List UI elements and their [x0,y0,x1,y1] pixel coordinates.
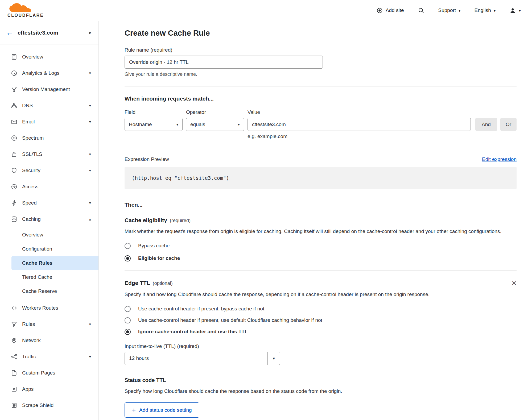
operator-label: Operator [186,109,244,115]
sidebar-item-caching[interactable]: Caching▴ [0,211,98,227]
cloudflare-logo[interactable]: CLOUDFLARE [7,3,44,18]
radio-icon [125,306,131,312]
radio-eligible-for-cache[interactable]: Eligible for cache [125,255,517,261]
sidebar-item-spectrum[interactable]: Spectrum [0,130,98,146]
then-heading: Then... [125,202,517,208]
edge-ttl-section: Edge TTL (optional) × Specify if and how… [125,280,517,418]
sidebar-item-label: Email [22,119,35,125]
edit-expression-link[interactable]: Edit expression [482,156,517,162]
sidebar-item-label: Spectrum [22,135,44,141]
sidebar-subitem-configuration[interactable]: Configuration [11,242,98,256]
sidebar-item-version-management[interactable]: Version Management [0,81,98,97]
cache-eligibility-heading: Cache eligibility [125,217,167,223]
divider [125,271,517,271]
optional-tag: (optional) [153,281,173,286]
divider [125,86,517,86]
search-icon [418,7,424,14]
spectrum-icon [11,135,18,142]
field-label: Field [125,109,183,115]
support-label: Support [438,7,456,13]
match-row: Field Hostname ▾ Operator equals ▾ Value… [125,109,517,131]
traffic-icon [11,353,18,360]
value-input[interactable] [248,118,471,131]
shield-icon [11,167,18,174]
value-column: Value [248,109,471,131]
sidebar-item-label: Traffic [22,354,36,360]
sidebar-subnav-caching: OverviewConfigurationCache RulesTiered C… [0,227,98,300]
sidebar-item-apps[interactable]: Apps [0,381,98,397]
radio-cache-control-bypass[interactable]: Use cache-control header if present, byp… [125,306,517,312]
radio-bypass-cache[interactable]: Bypass cache [125,243,517,249]
or-button[interactable]: Or [500,118,517,131]
sidebar-subitem-cache-rules[interactable]: Cache Rules [11,256,98,270]
cloudflare-cloud-icon [7,3,35,13]
field-select[interactable]: Hostname ▾ [125,118,183,131]
sidebar-item-overview[interactable]: Overview [0,49,98,65]
operator-column: Operator equals ▾ [186,109,244,131]
chevron-up-icon: ▴ [89,217,91,222]
sidebar-item-network[interactable]: Network [0,332,98,348]
add-site-button[interactable]: Add site [376,7,404,14]
back-arrow-icon[interactable]: ← [6,29,13,36]
sidebar-item-rules[interactable]: Rules▾ [0,316,98,332]
close-icon[interactable]: × [512,280,517,287]
chevron-down-icon: ▾ [89,354,91,359]
add-site-label: Add site [386,7,404,13]
ttl-select[interactable]: 12 hours ▾ [125,352,280,365]
sidebar-item-label: DNS [22,103,33,109]
document-icon [11,53,18,60]
radio-cache-control-default[interactable]: Use cache-control header if present, use… [125,317,517,323]
sidebar-item-zaraz[interactable]: Zaraz▾ [0,413,98,420]
sidebar-item-ssl-tls[interactable]: SSL/TLS▾ [0,146,98,162]
envelope-icon [11,118,18,125]
sidebar-item-label: Security [22,168,40,173]
chevron-down-icon: ▾ [519,9,521,13]
sidebar-item-label: Custom Pages [22,370,55,376]
sidebar-item-scrape-shield[interactable]: Scrape Shield [0,397,98,413]
sidebar-item-dns[interactable]: DNS▾ [0,97,98,114]
sidebar-subitem-label: Cache Reserve [22,288,57,294]
sidebar-item-workers-routes[interactable]: Workers Routes [0,300,98,316]
support-menu[interactable]: Support ▾ [438,7,461,13]
sidebar-item-email[interactable]: Email▾ [0,114,98,130]
sidebar-subitem-label: Overview [22,232,43,238]
sidebar-item-custom-pages[interactable]: Custom Pages [0,365,98,381]
page-title: Create new Cache Rule [125,29,517,38]
and-button[interactable]: And [475,118,497,131]
sidebar-item-label: Speed [22,200,37,206]
sidebar-item-label: SSL/TLS [22,151,42,157]
search-button[interactable] [418,7,424,14]
sidebar-item-traffic[interactable]: Traffic▾ [0,348,98,365]
sidebar-subitem-cache-reserve[interactable]: Cache Reserve [11,284,98,298]
status-code-ttl-heading: Status code TTL [125,377,517,383]
edge-ttl-description: Specify if and how long Cloudflare shoul… [125,291,447,298]
sidebar-item-label: Network [22,338,41,343]
edge-ttl-options: Use cache-control header if present, byp… [125,306,517,335]
expression-code: (http.host eq "cftestsite3.com") [125,167,517,189]
sidebar-subitem-label: Configuration [22,246,52,252]
sidebar-item-label: Version Management [22,86,70,92]
sidebar-item-security[interactable]: Security▾ [0,162,98,178]
sidebar-item-speed[interactable]: Speed▾ [0,195,98,211]
add-status-code-button[interactable]: + Add status code setting [125,402,199,418]
sidebar-item-access[interactable]: Access [0,178,98,195]
sidebar-item-label: Workers Routes [22,305,58,311]
chevron-down-icon: ▾ [89,71,91,76]
ttl-dropdown-button[interactable]: ▾ [267,352,280,365]
top-header: CLOUDFLARE Add site Support ▾ English ▾ … [0,0,532,21]
chevron-down-icon: ▾ [89,419,91,420]
operator-select[interactable]: equals ▾ [186,118,244,131]
network-icon [11,102,18,109]
language-menu[interactable]: English ▾ [475,7,496,13]
radio-ignore-cache-control[interactable]: Ignore cache-control header and use this… [125,329,517,335]
sidebar-subitem-overview[interactable]: Overview [11,228,98,242]
radio-icon [125,317,131,323]
sidebar-nav: OverviewAnalytics & Logs▾Version Managem… [0,44,98,420]
sidebar-subitem-tiered-cache[interactable]: Tiered Cache [11,270,98,284]
sidebar-item-analytics-logs[interactable]: Analytics & Logs▾ [0,65,98,81]
account-menu[interactable]: ▾ [509,7,521,14]
chevron-down-icon: ▾ [494,9,496,13]
scrape-doc-icon [11,402,18,409]
rule-name-input[interactable] [125,56,323,69]
chevron-right-icon[interactable]: ▸ [89,30,92,35]
